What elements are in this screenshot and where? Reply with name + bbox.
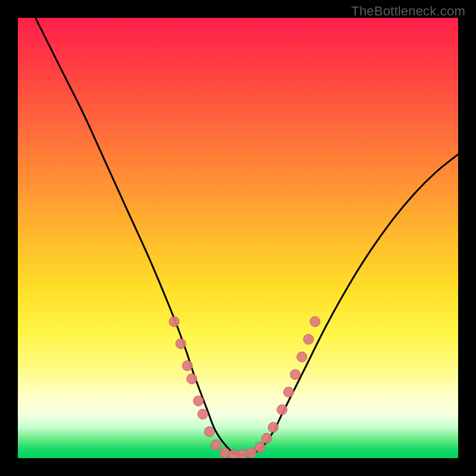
curve-marker bbox=[297, 352, 307, 362]
curve-marker bbox=[182, 361, 192, 371]
curve-marker bbox=[255, 442, 265, 452]
curve-marker bbox=[277, 405, 287, 415]
curve-marker bbox=[193, 396, 203, 406]
curve-marker bbox=[187, 374, 197, 384]
curve-marker bbox=[303, 334, 314, 345]
chart-frame: TheBottleneck.com bbox=[0, 0, 476, 476]
plot-area bbox=[18, 18, 458, 458]
bottleneck-curve-svg bbox=[18, 18, 458, 458]
curve-marker bbox=[211, 440, 221, 450]
curve-marker bbox=[220, 448, 230, 458]
watermark-text: TheBottleneck.com bbox=[351, 4, 465, 19]
curve-marker bbox=[262, 433, 272, 443]
curve-marker bbox=[290, 369, 300, 380]
curve-marker bbox=[176, 339, 186, 349]
bottleneck-curve bbox=[18, 18, 458, 455]
curve-marker bbox=[246, 448, 256, 458]
curve-marker bbox=[268, 422, 278, 433]
curve-marker bbox=[204, 427, 214, 437]
curve-marker bbox=[198, 409, 208, 419]
curve-marker bbox=[169, 317, 179, 327]
curve-marker bbox=[284, 387, 294, 397]
curve-marker bbox=[237, 450, 248, 458]
curve-marker bbox=[310, 317, 320, 327]
